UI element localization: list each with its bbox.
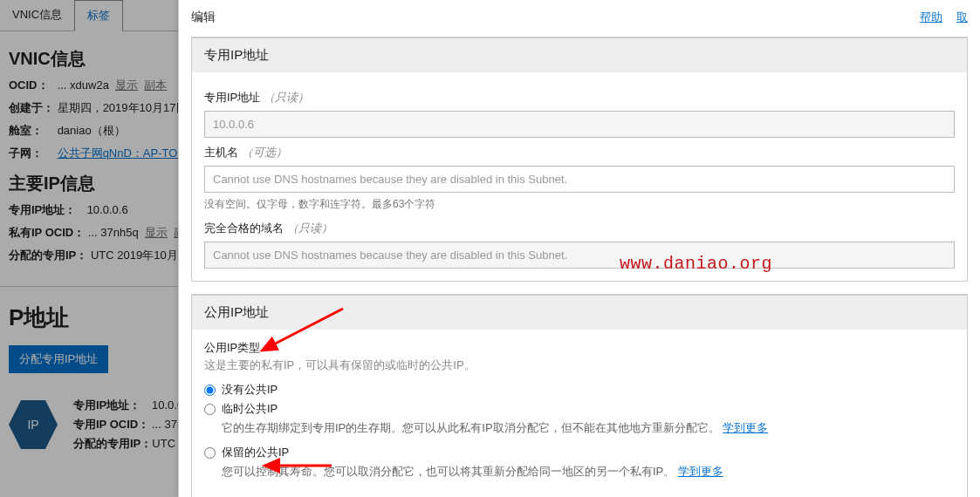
radio-reserved-desc: 您可以控制其寿命。您可以取消分配它，也可以将其重新分配给同一地区的另一个私有IP… bbox=[222, 464, 955, 480]
ocid-label: OCID： bbox=[9, 78, 54, 93]
hostname-field-label: 主机名 （可选） bbox=[204, 145, 955, 160]
private-ip-label: 专用IP地址： bbox=[9, 202, 84, 218]
radio-ephemeral-ip[interactable]: 临时公共IP bbox=[204, 401, 955, 417]
help-link[interactable]: 帮助 bbox=[920, 10, 942, 24]
private-ip-input bbox=[204, 111, 955, 138]
modal-title: 编辑 bbox=[191, 10, 216, 25]
assign-private-ip-button[interactable]: 分配专用IP地址 bbox=[9, 345, 108, 373]
public-ip-card-header: 公用IP地址 bbox=[192, 296, 967, 330]
modal-body: 专用IP地址 专用IP地址 （只读） 主机名 （可选） 没有空间。仅字母，数字和… bbox=[179, 35, 980, 497]
learn-more-ephemeral-link[interactable]: 学到更多 bbox=[723, 421, 768, 434]
public-ip-type-label: 公用IP类型 bbox=[204, 340, 955, 356]
modal-header: 编辑 帮助 取 bbox=[179, 0, 980, 35]
radio-ephemeral-desc: 它的生存期绑定到专用IP的生存期。您可以从此私有IP取消分配它，但不能在其他地方… bbox=[222, 420, 955, 436]
public-ip-type-help: 这是主要的私有IP，可以具有保留的或临时的公共IP。 bbox=[204, 357, 955, 373]
edit-modal: 编辑 帮助 取 专用IP地址 专用IP地址 （只读） 主机名 （可选） 没有空间… bbox=[178, 0, 980, 497]
public-ip-card: 公用IP地址 公用IP类型 这是主要的私有IP，可以具有保留的或临时的公共IP。… bbox=[191, 294, 968, 497]
ocid-show-link[interactable]: 显示 bbox=[115, 78, 138, 92]
radio-no-public-ip[interactable]: 没有公共IP bbox=[204, 382, 955, 398]
ip-hexagon-icon: IP bbox=[9, 398, 58, 452]
private-ip-value: 10.0.0.6 bbox=[87, 203, 128, 216]
created-label: 创建于： bbox=[9, 100, 54, 116]
hostname-input[interactable] bbox=[204, 166, 955, 193]
ocid-value: ... xduw2a bbox=[58, 78, 109, 92]
private-ocid-show-link[interactable]: 显示 bbox=[145, 226, 168, 239]
public-ip-radio-group: 没有公共IP 临时公共IP 它的生存期绑定到专用IP的生存期。您可以从此私有IP… bbox=[204, 382, 955, 480]
radio-reserved-ip-input[interactable] bbox=[204, 447, 216, 459]
private-ip-field-label: 专用IP地址 （只读） bbox=[204, 90, 955, 106]
radio-reserved-ip[interactable]: 保留的公共IP bbox=[204, 445, 955, 460]
private-ip-card-header: 专用IP地址 bbox=[192, 38, 967, 72]
compartment-label: 舱室： bbox=[9, 123, 54, 139]
ocid-copy-link[interactable]: 副本 bbox=[144, 78, 167, 92]
compartment-value: daniao（根） bbox=[58, 124, 126, 137]
fqdn-field-label: 完全合格的域名 （只读） bbox=[204, 221, 955, 236]
ip-details: 专用IP地址：10.0.0. 专用IP OCID：... 37n 分配的专用IP… bbox=[73, 394, 187, 455]
private-ocid-value: ... 37nh5q bbox=[88, 226, 139, 239]
fqdn-input bbox=[204, 242, 955, 269]
tab-tags[interactable]: 标签 bbox=[74, 0, 123, 31]
assigned-ip-label: 分配的专用IP： bbox=[9, 248, 87, 263]
tab-vnic-info[interactable]: VNIC信息 bbox=[0, 0, 74, 31]
learn-more-reserved-link[interactable]: 学到更多 bbox=[678, 465, 723, 478]
private-ocid-label: 私有IP OCID： bbox=[9, 225, 85, 241]
private-ip-card: 专用IP地址 专用IP地址 （只读） 主机名 （可选） 没有空间。仅字母，数字和… bbox=[191, 37, 968, 282]
cancel-link[interactable]: 取 bbox=[956, 10, 968, 24]
subnet-label: 子网： bbox=[9, 146, 54, 161]
hostname-help: 没有空间。仅字母，数字和连字符。最多63个字符 bbox=[204, 197, 955, 212]
radio-ephemeral-ip-input[interactable] bbox=[204, 404, 216, 415]
radio-no-public-ip-input[interactable] bbox=[204, 385, 216, 396]
